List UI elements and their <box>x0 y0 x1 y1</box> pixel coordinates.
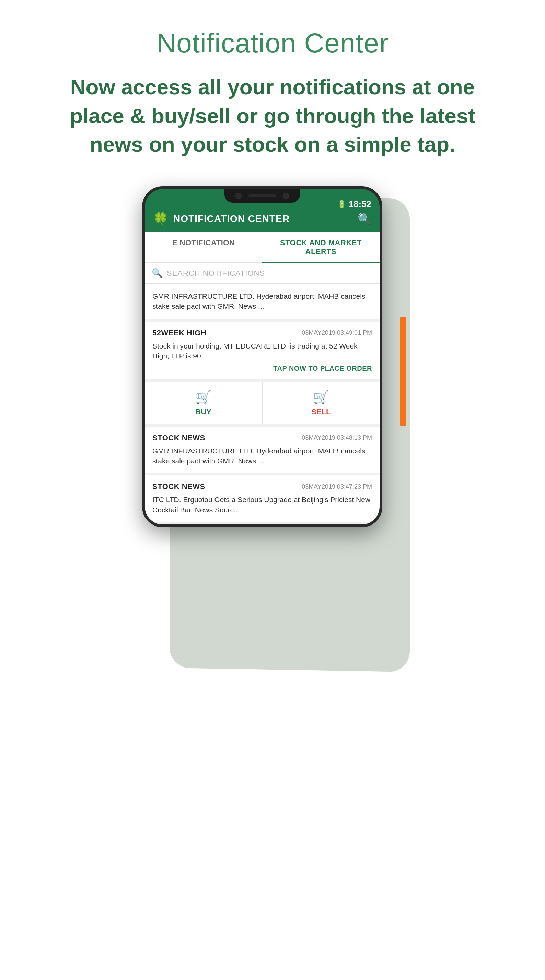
notification-type-3: STOCK NEWS <box>152 434 205 442</box>
notch-camera <box>236 193 242 199</box>
battery-icon: 🔋 <box>337 200 346 208</box>
status-time: 18:52 <box>349 199 372 210</box>
status-bar: 🔋 18:52 <box>145 189 379 205</box>
buy-cart-icon: 🛒 <box>195 390 211 405</box>
notification-time-2: 03MAY2019 03:49:01 PM <box>302 329 372 337</box>
tab-stock-alerts[interactable]: STOCK AND MARKET ALERTS <box>262 232 379 262</box>
notification-header-2: 52WEEK HIGH 03MAY2019 03:49:01 PM <box>152 329 372 337</box>
header-search-icon[interactable]: 🔍 <box>358 212 371 225</box>
phone-frame: 🔋 18:52 🍀 NOTIFICATION CENTER 🔍 E NOTIFI… <box>142 186 382 527</box>
search-bar[interactable]: 🔍 SEARCH NOTIFICATIONS <box>145 263 379 284</box>
app-header-left: 🍀 NOTIFICATION CENTER <box>153 212 290 226</box>
buy-label: BUY <box>196 407 211 417</box>
notification-item-2[interactable]: 52WEEK HIGH 03MAY2019 03:49:01 PM Stock … <box>145 322 379 382</box>
phone-accent-bar <box>400 317 406 426</box>
notification-type-4: STOCK NEWS <box>152 482 205 491</box>
app-header-title: NOTIFICATION CENTER <box>173 213 290 224</box>
notification-header-3: STOCK NEWS 03MAY2019 03:48:13 PM <box>152 434 372 442</box>
phone-mockup: 🔋 18:52 🍀 NOTIFICATION CENTER 🔍 E NOTIFI… <box>142 186 403 527</box>
notch-speaker <box>249 194 276 197</box>
app-header: 🍀 NOTIFICATION CENTER 🔍 <box>145 205 379 232</box>
notification-action-2[interactable]: TAP NOW TO PLACE ORDER <box>152 364 372 372</box>
notification-body-2: Stock in your holding, MT EDUCARE LTD. i… <box>152 341 372 361</box>
sell-cart-icon: 🛒 <box>313 390 329 405</box>
notification-item-3[interactable]: STOCK NEWS 03MAY2019 03:48:13 PM GMR INF… <box>145 427 379 476</box>
notification-time-3: 03MAY2019 03:48:13 PM <box>302 434 372 441</box>
tabs-container: E NOTIFICATION STOCK AND MARKET ALERTS <box>145 232 379 263</box>
notification-time-4: 03MAY2019 03:47:23 PM <box>302 483 372 490</box>
notification-body-4: ITC LTD. Erguotou Gets a Serious Upgrade… <box>152 495 372 515</box>
page-subtitle: Now access all your notifications at one… <box>49 73 496 159</box>
app-logo-icon: 🍀 <box>153 212 169 226</box>
notification-body-3: GMR INFRASTRUCTURE LTD. Hyderabad airpor… <box>152 446 372 466</box>
phone-notch <box>225 189 300 203</box>
notification-item-4[interactable]: STOCK NEWS 03MAY2019 03:47:23 PM ITC LTD… <box>145 476 379 525</box>
buy-button[interactable]: 🛒 BUY <box>145 382 263 424</box>
search-placeholder: SEARCH NOTIFICATIONS <box>167 269 265 278</box>
page-title: Notification Center <box>156 27 389 59</box>
tab-e-notification[interactable]: E NOTIFICATION <box>145 232 262 262</box>
sell-label: SELL <box>311 407 330 417</box>
sell-button[interactable]: 🛒 SELL <box>263 382 380 424</box>
notification-body-1: GMR INFRASTRUCTURE LTD. Hyderabad airpor… <box>152 291 372 312</box>
buy-sell-row: 🛒 BUY 🛒 SELL <box>145 382 379 427</box>
notch-camera-2 <box>283 193 289 199</box>
notification-type-2: 52WEEK HIGH <box>152 329 206 337</box>
notification-item-1[interactable]: GMR INFRASTRUCTURE LTD. Hyderabad airpor… <box>145 284 379 322</box>
notification-header-4: STOCK NEWS 03MAY2019 03:47:23 PM <box>152 482 372 491</box>
search-bar-icon: 🔍 <box>152 268 163 278</box>
